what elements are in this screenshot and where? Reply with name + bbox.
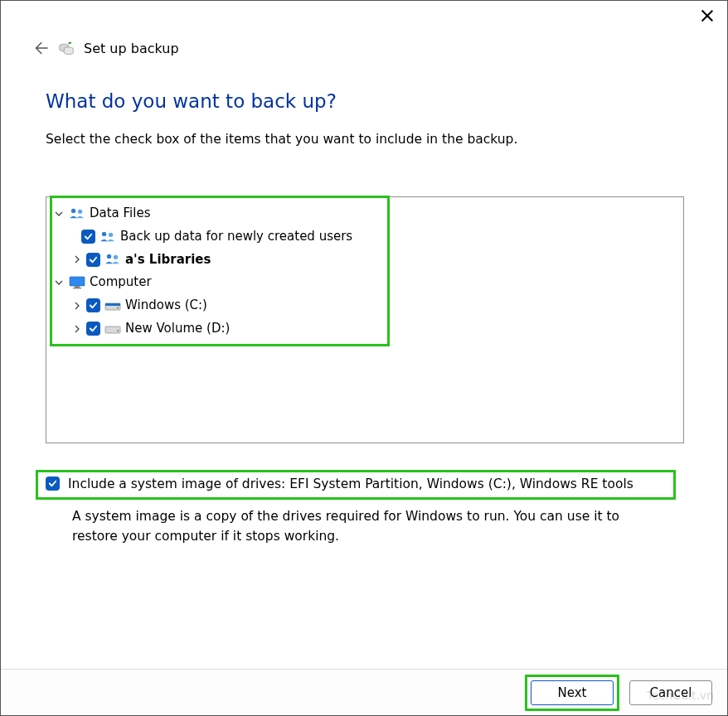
chevron-right-icon[interactable] xyxy=(71,255,83,264)
chevron-right-icon[interactable] xyxy=(71,302,83,310)
tree-label: New Volume (D:) xyxy=(125,317,230,341)
page-heading: What do you want to back up? xyxy=(46,90,682,112)
system-image-description: A system image is a copy of the drives r… xyxy=(72,506,667,546)
tree-node-drive-d[interactable]: New Volume (D:) xyxy=(53,317,683,341)
content-area: What do you want to back up? Select the … xyxy=(1,57,727,546)
svg-point-2 xyxy=(71,209,75,213)
checkbox-checked-icon[interactable] xyxy=(86,253,100,267)
backup-wizard-icon xyxy=(57,39,75,57)
svg-rect-12 xyxy=(105,303,120,306)
drive-icon xyxy=(104,300,122,312)
svg-point-3 xyxy=(78,210,82,214)
wizard-header: Set up backup xyxy=(1,1,727,57)
tree-node-computer[interactable]: Computer xyxy=(53,271,683,294)
svg-rect-14 xyxy=(105,327,120,333)
svg-rect-10 xyxy=(73,288,81,288)
users-icon xyxy=(99,230,117,244)
tree-node-drive-c[interactable]: Windows (C:) xyxy=(53,294,683,317)
next-button[interactable]: Next xyxy=(531,680,614,705)
svg-point-7 xyxy=(114,255,118,259)
svg-rect-8 xyxy=(70,277,85,286)
tree-label: Windows (C:) xyxy=(125,294,207,317)
svg-point-4 xyxy=(102,231,106,235)
drive-icon xyxy=(104,323,122,335)
checkbox-checked-icon[interactable] xyxy=(46,477,60,491)
wizard-footer: Next Cancel xyxy=(1,669,727,715)
chevron-down-icon[interactable] xyxy=(53,210,65,218)
checkbox-checked-icon[interactable] xyxy=(86,322,100,336)
tree-label: a's Libraries xyxy=(125,249,211,272)
close-icon[interactable] xyxy=(699,7,716,24)
checkbox-checked-icon[interactable] xyxy=(86,298,100,312)
svg-rect-9 xyxy=(75,286,80,288)
backup-items-tree: Data Files Back up data for newly create… xyxy=(46,196,684,443)
users-icon xyxy=(68,207,86,220)
svg-point-13 xyxy=(117,307,119,308)
chevron-right-icon[interactable] xyxy=(71,325,83,333)
svg-point-5 xyxy=(109,232,113,236)
chevron-down-icon[interactable] xyxy=(53,278,65,287)
svg-point-15 xyxy=(117,330,119,331)
tree-label: Data Files xyxy=(90,202,151,225)
tree-node-user-libraries[interactable]: a's Libraries xyxy=(53,249,683,272)
tree-label: Back up data for newly created users xyxy=(120,225,352,249)
cancel-button[interactable]: Cancel xyxy=(629,680,712,705)
monitor-icon xyxy=(68,276,86,289)
tree-node-backup-new-users[interactable]: Back up data for newly created users xyxy=(53,225,683,249)
wizard-title: Set up backup xyxy=(84,41,179,56)
users-icon xyxy=(104,253,122,266)
svg-point-6 xyxy=(107,254,111,259)
tree-label: Computer xyxy=(90,271,152,294)
tree-node-data-files[interactable]: Data Files xyxy=(53,202,683,225)
back-arrow-icon[interactable] xyxy=(31,39,49,57)
annotation-highlight-next: Next xyxy=(525,675,619,711)
include-system-image-label: Include a system image of drives: EFI Sy… xyxy=(68,477,633,491)
checkbox-checked-icon[interactable] xyxy=(81,230,95,244)
instruction-text: Select the check box of the items that y… xyxy=(46,132,682,147)
include-system-image-checkbox[interactable]: Include a system image of drives: EFI Sy… xyxy=(46,477,682,491)
